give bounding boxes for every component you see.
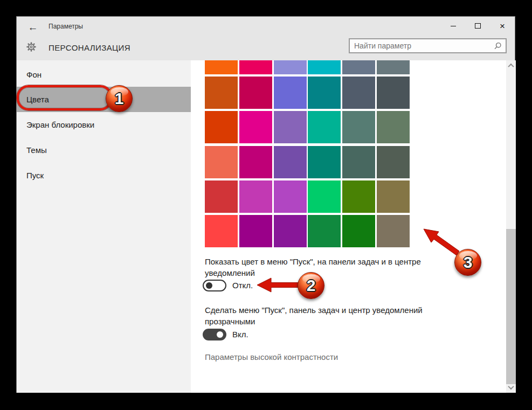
color-swatch[interactable] bbox=[274, 215, 307, 247]
color-swatch[interactable] bbox=[377, 180, 410, 213]
gear-icon bbox=[25, 40, 38, 55]
color-swatch[interactable] bbox=[205, 111, 238, 143]
scrollbar-thumb[interactable] bbox=[506, 229, 516, 384]
color-swatch[interactable] bbox=[308, 111, 341, 143]
color-grid bbox=[191, 60, 506, 393]
color-swatch[interactable] bbox=[342, 180, 375, 213]
close-icon: × bbox=[500, 22, 505, 31]
maximize-button[interactable] bbox=[469, 19, 486, 32]
color-swatch[interactable] bbox=[239, 146, 272, 178]
maximize-icon bbox=[475, 23, 481, 29]
color-swatch[interactable] bbox=[308, 77, 341, 109]
color-swatch[interactable] bbox=[377, 111, 410, 143]
color-swatch[interactable] bbox=[239, 77, 272, 109]
high-contrast-link[interactable]: Параметры высокой контрастности bbox=[205, 352, 338, 362]
color-swatch[interactable] bbox=[205, 60, 238, 74]
toggle-show-color-state: Откл. bbox=[232, 281, 253, 290]
color-swatch[interactable] bbox=[377, 77, 410, 109]
settings-window: ← Параметры × ПЕРСОНАЛИЗАЦИ bbox=[16, 16, 515, 393]
chevron-up-icon bbox=[508, 64, 514, 70]
color-swatch[interactable] bbox=[342, 215, 375, 247]
scrollbar-track[interactable] bbox=[506, 60, 516, 393]
color-swatch[interactable] bbox=[377, 146, 410, 178]
toggle-knob bbox=[217, 331, 223, 338]
back-arrow-icon: ← bbox=[28, 22, 38, 33]
color-swatch[interactable] bbox=[205, 77, 238, 109]
annotation-badge-2: 2 bbox=[298, 272, 324, 299]
window-title: Параметры bbox=[49, 23, 83, 30]
search-icon bbox=[494, 42, 502, 50]
color-swatch[interactable] bbox=[342, 146, 375, 178]
toggle-transparency-state: Вкл. bbox=[232, 330, 248, 339]
toggle-show-color[interactable] bbox=[203, 280, 226, 291]
color-swatch[interactable] bbox=[308, 146, 341, 178]
close-button[interactable]: × bbox=[494, 19, 511, 32]
color-swatch[interactable] bbox=[239, 215, 272, 247]
color-swatch[interactable] bbox=[377, 215, 410, 247]
color-swatch[interactable] bbox=[274, 111, 307, 143]
minimize-button[interactable] bbox=[445, 19, 462, 32]
annotation-highlight-box bbox=[17, 85, 112, 110]
setting-transparency-label: Сделать меню "Пуск", панель задач и цент… bbox=[205, 304, 423, 327]
page-title: ПЕРСОНАЛИЗАЦИЯ bbox=[49, 43, 130, 52]
color-swatch[interactable] bbox=[274, 180, 307, 213]
color-swatch[interactable] bbox=[205, 146, 238, 178]
scroll-up-button[interactable] bbox=[506, 61, 516, 70]
sidebar-item-start[interactable]: Пуск bbox=[26, 171, 44, 180]
color-swatch[interactable] bbox=[308, 215, 341, 247]
color-swatch[interactable] bbox=[239, 111, 272, 143]
color-swatch[interactable] bbox=[308, 180, 341, 213]
annotation-badge-1: 1 bbox=[106, 85, 133, 112]
color-swatch[interactable] bbox=[274, 77, 307, 109]
search-box bbox=[349, 38, 507, 53]
annotation-badge-3: 3 bbox=[454, 249, 481, 276]
content-panel: Показать цвет в меню "Пуск", на панели з… bbox=[191, 60, 506, 393]
chevron-down-icon bbox=[508, 384, 514, 390]
color-swatch[interactable] bbox=[342, 77, 375, 109]
toggle-transparency[interactable] bbox=[203, 329, 226, 340]
search-input[interactable] bbox=[350, 41, 494, 50]
color-swatch[interactable] bbox=[274, 146, 307, 178]
toggle-knob bbox=[206, 282, 212, 289]
sidebar-item-lockscreen[interactable]: Экран блокировки bbox=[26, 120, 94, 129]
screenshot: ← Параметры × ПЕРСОНАЛИЗАЦИ bbox=[0, 0, 532, 410]
color-swatch[interactable] bbox=[274, 60, 307, 74]
color-swatch[interactable] bbox=[377, 60, 410, 74]
color-swatch[interactable] bbox=[342, 60, 375, 74]
color-swatch[interactable] bbox=[239, 60, 272, 74]
scroll-down-button[interactable] bbox=[506, 383, 516, 392]
sidebar-item-background[interactable]: Фон bbox=[26, 70, 42, 79]
minimize-icon bbox=[451, 26, 456, 26]
back-button[interactable]: ← bbox=[25, 20, 40, 34]
color-swatch[interactable] bbox=[342, 111, 375, 143]
color-swatch[interactable] bbox=[308, 60, 341, 74]
sidebar-item-themes[interactable]: Темы bbox=[26, 145, 47, 155]
color-swatch[interactable] bbox=[205, 180, 238, 213]
color-swatch[interactable] bbox=[205, 215, 238, 247]
color-swatch[interactable] bbox=[239, 180, 272, 213]
